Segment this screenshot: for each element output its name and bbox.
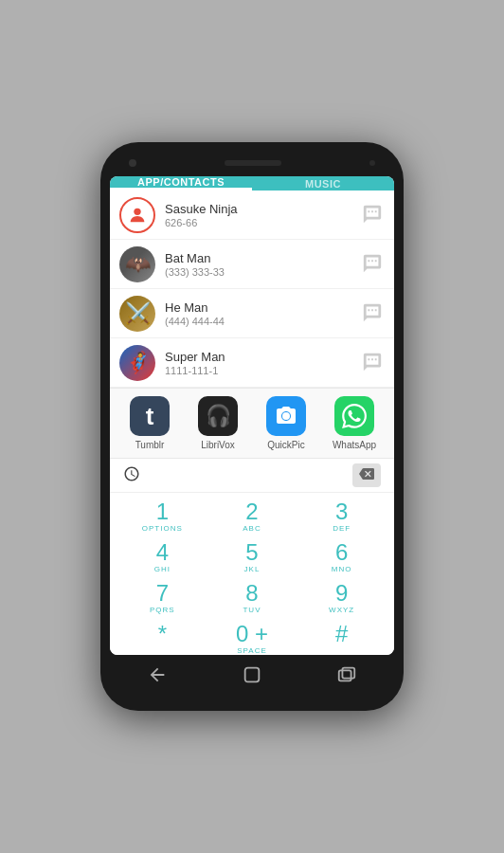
dialer: 1 OPTIONS 2 ABC 3 DEF 4 GHI 5 xyxy=(110,459,394,655)
tumblr-icon: t xyxy=(130,396,170,436)
contact-info: Super Man 1111-111-1 xyxy=(165,350,362,376)
camera-dot xyxy=(129,159,136,167)
app-tumblr[interactable]: t Tumblr xyxy=(122,396,177,450)
whatsapp-icon xyxy=(334,396,374,436)
contact-name: He Man xyxy=(165,300,362,315)
librivox-icon: 🎧 xyxy=(198,396,238,436)
key-6[interactable]: 6 MNO xyxy=(297,537,387,578)
key-5[interactable]: 5 JKL xyxy=(207,537,297,578)
contact-info: He Man (444) 444-44 xyxy=(165,300,362,327)
svg-point-0 xyxy=(134,208,140,214)
contact-row[interactable]: Sasuke Ninja 626-66 xyxy=(110,191,394,240)
key-2[interactable]: 2 ABC xyxy=(207,497,297,537)
key-1[interactable]: 1 OPTIONS xyxy=(117,497,207,537)
clock-icon xyxy=(123,465,140,486)
key-8[interactable]: 8 TUV xyxy=(207,578,297,619)
phone-bottom-nav xyxy=(110,655,394,694)
phone-shell: APP/CONTACTS MUSIC Sasuke Ninja 626-66 xyxy=(100,142,404,711)
app-quickpic[interactable]: QuickPic xyxy=(259,396,314,450)
quickpic-icon xyxy=(266,396,306,436)
key-9[interactable]: 9 WXYZ xyxy=(297,578,387,619)
contact-name: Super Man xyxy=(165,350,362,364)
contact-number: (333) 333-33 xyxy=(165,266,362,278)
avatar: ⚔️ xyxy=(119,296,155,332)
key-star[interactable]: * xyxy=(117,619,207,655)
key-3[interactable]: 3 DEF xyxy=(297,497,387,537)
contact-name: Bat Man xyxy=(165,251,362,265)
svg-rect-3 xyxy=(339,670,351,681)
contact-info: Bat Man (333) 333-33 xyxy=(165,251,362,278)
svg-rect-2 xyxy=(245,668,260,682)
contact-row[interactable]: 🦇 Bat Man (333) 333-33 xyxy=(110,240,394,289)
contact-number: 1111-111-1 xyxy=(165,365,362,376)
svg-rect-4 xyxy=(342,668,354,679)
key-hash[interactable]: # xyxy=(297,619,387,655)
svg-point-1 xyxy=(282,412,290,420)
dialer-input-row xyxy=(110,459,394,493)
key-0[interactable]: 0 + SPACE xyxy=(207,619,297,655)
app-label: WhatsApp xyxy=(333,440,376,450)
tab-music[interactable]: MUSIC xyxy=(252,176,394,191)
nav-home-button[interactable] xyxy=(242,664,262,690)
avatar: 🦸 xyxy=(119,345,155,381)
sensor-dot xyxy=(369,160,375,166)
tab-header: APP/CONTACTS MUSIC xyxy=(110,176,394,191)
contact-number: (444) 444-44 xyxy=(165,316,362,327)
tab-app-contacts[interactable]: APP/CONTACTS xyxy=(110,176,252,191)
app-label: LibriVox xyxy=(201,440,235,450)
app-librivox[interactable]: 🎧 LibriVox xyxy=(190,396,245,450)
nav-back-button[interactable] xyxy=(147,664,168,690)
chat-icon xyxy=(362,204,385,227)
key-4[interactable]: 4 GHI xyxy=(117,537,207,578)
speaker-grille xyxy=(225,160,281,166)
contact-row[interactable]: 🦸 Super Man 1111-111-1 xyxy=(110,338,394,388)
app-whatsapp[interactable]: WhatsApp xyxy=(327,396,382,450)
screen: APP/CONTACTS MUSIC Sasuke Ninja 626-66 xyxy=(110,176,394,655)
contact-row[interactable]: ⚔️ He Man (444) 444-44 xyxy=(110,289,394,338)
contact-info: Sasuke Ninja 626-66 xyxy=(165,202,362,228)
phone-top-bar xyxy=(110,159,394,176)
contact-number: 626-66 xyxy=(165,217,362,228)
backspace-button[interactable] xyxy=(352,463,381,487)
apps-row: t Tumblr 🎧 LibriVox QuickPic xyxy=(110,388,394,459)
chat-icon xyxy=(362,302,385,325)
avatar xyxy=(119,197,155,233)
contacts-list: Sasuke Ninja 626-66 🦇 Bat Man (333) 333-… xyxy=(110,191,394,388)
contact-name: Sasuke Ninja xyxy=(165,202,362,216)
app-label: QuickPic xyxy=(267,440,304,450)
nav-recent-button[interactable] xyxy=(336,664,357,690)
chat-icon xyxy=(362,352,385,374)
keypad: 1 OPTIONS 2 ABC 3 DEF 4 GHI 5 xyxy=(110,493,394,655)
key-7[interactable]: 7 PQRS xyxy=(117,578,207,619)
avatar: 🦇 xyxy=(119,246,155,282)
app-label: Tumblr xyxy=(135,440,165,450)
chat-icon xyxy=(362,253,385,276)
